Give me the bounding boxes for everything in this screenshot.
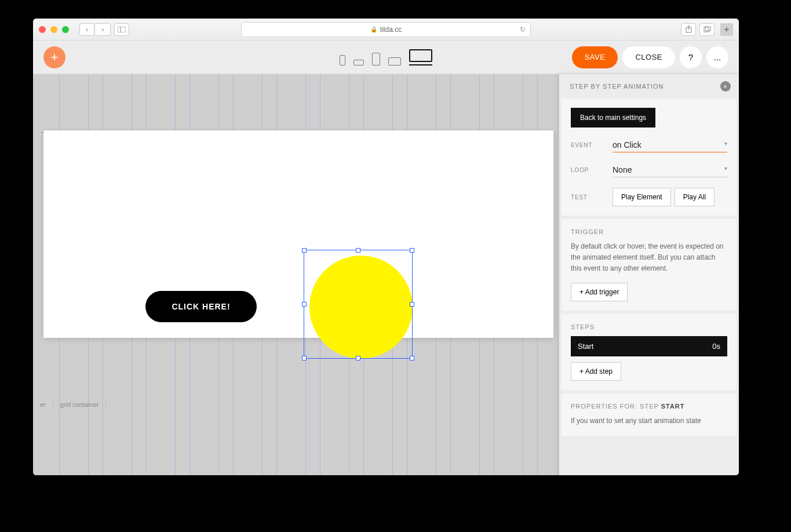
- panel-section-properties: PROPERTIES FOR: STEP START If you want t…: [562, 393, 737, 436]
- event-label: EVENT: [571, 142, 613, 148]
- selection-box[interactable]: [304, 250, 413, 359]
- resize-handle-l[interactable]: [302, 302, 307, 307]
- device-phone-landscape[interactable]: [353, 60, 364, 65]
- svg-rect-5: [705, 26, 710, 31]
- add-step-button[interactable]: + Add step: [571, 362, 621, 381]
- canvas-button-element[interactable]: CLICK HERE!: [145, 291, 257, 322]
- step-row-start[interactable]: Start 0s: [571, 336, 727, 356]
- resize-handle-tr[interactable]: [410, 248, 414, 253]
- svg-rect-4: [703, 27, 709, 32]
- lock-icon: 🔒: [370, 26, 377, 32]
- share-icon: [686, 25, 692, 33]
- sidebar-toggle-button[interactable]: [114, 23, 129, 36]
- panel-title: STEP BY STEP ANIMATION: [570, 83, 664, 90]
- resize-handle-t[interactable]: [356, 248, 360, 253]
- tabs-button[interactable]: [699, 23, 715, 36]
- artboard[interactable]: [43, 130, 553, 338]
- save-button[interactable]: SAVE: [572, 46, 618, 68]
- help-button[interactable]: ?: [680, 46, 702, 68]
- resize-handle-b[interactable]: [356, 356, 360, 360]
- app-area: + SAVE CLOSE ? ...: [33, 41, 739, 475]
- url-host: tilda.cc: [380, 25, 402, 34]
- panel-section-steps: STEPS Start 0s + Add step: [562, 314, 737, 390]
- resize-handle-br[interactable]: [410, 356, 414, 360]
- panel-icon: [118, 27, 126, 32]
- browser-window: ‹ › 🔒 tilda.cc ↻ + +: [33, 19, 739, 475]
- window-max-dot[interactable]: [62, 26, 69, 33]
- url-bar[interactable]: 🔒 tilda.cc ↻: [241, 22, 531, 37]
- more-button[interactable]: ...: [706, 46, 728, 68]
- loop-label: LOOP: [571, 167, 613, 173]
- breadcrumb: er grid container: [33, 396, 106, 413]
- svg-rect-0: [118, 27, 126, 32]
- nav-forward-button[interactable]: ›: [96, 23, 111, 36]
- play-element-button[interactable]: Play Element: [613, 188, 671, 206]
- panel-section-main: Back to main settings EVENT on Click ▾ L…: [562, 99, 737, 216]
- resize-handle-bl[interactable]: [302, 356, 307, 360]
- tabs-icon: [703, 26, 711, 32]
- animation-panel: STEP BY STEP ANIMATION × Back to main se…: [559, 74, 739, 475]
- window-min-dot[interactable]: [50, 26, 57, 33]
- app-toolbar: + SAVE CLOSE ? ...: [33, 41, 739, 74]
- add-trigger-button[interactable]: + Add trigger: [571, 283, 628, 301]
- add-element-button[interactable]: +: [43, 46, 65, 68]
- test-label: TEST: [571, 194, 613, 201]
- loop-select[interactable]: None ▾: [613, 163, 727, 177]
- device-switcher: [340, 49, 432, 65]
- panel-section-trigger: TRIGGER By default click or hover, the e…: [562, 219, 737, 311]
- close-button[interactable]: CLOSE: [622, 46, 675, 68]
- properties-title: PROPERTIES FOR: STEP START: [571, 403, 727, 410]
- resize-handle-tl[interactable]: [302, 248, 307, 253]
- reload-icon[interactable]: ↻: [520, 25, 526, 34]
- share-button[interactable]: [681, 23, 696, 36]
- device-desktop[interactable]: [409, 49, 432, 65]
- trigger-title: TRIGGER: [571, 228, 727, 235]
- device-tablet-landscape[interactable]: [388, 57, 401, 65]
- window-close-dot[interactable]: [39, 26, 46, 33]
- titlebar: ‹ › 🔒 tilda.cc ↻ +: [33, 19, 739, 41]
- play-all-button[interactable]: Play All: [675, 188, 715, 206]
- panel-close-button[interactable]: ×: [720, 81, 731, 92]
- new-tab-button[interactable]: +: [720, 23, 733, 36]
- device-phone-portrait[interactable]: [340, 55, 345, 65]
- back-to-settings-button[interactable]: Back to main settings: [571, 108, 655, 127]
- chevron-down-icon: ▾: [724, 140, 727, 147]
- panel-header: STEP BY STEP ANIMATION ×: [559, 74, 739, 99]
- device-tablet-portrait[interactable]: [372, 53, 380, 65]
- steps-title: STEPS: [571, 323, 727, 330]
- nav-back-button[interactable]: ‹: [79, 23, 94, 36]
- event-select[interactable]: on Click ▾: [613, 138, 727, 152]
- chevron-down-icon: ▾: [724, 165, 727, 172]
- breadcrumb-item[interactable]: grid container: [53, 401, 107, 408]
- properties-description: If you want to set any start animation s…: [571, 416, 727, 427]
- canvas[interactable]: + CLICK HERE! er grid container STEP: [33, 74, 739, 475]
- breadcrumb-item[interactable]: er: [33, 401, 53, 408]
- resize-handle-r[interactable]: [410, 302, 414, 307]
- trigger-description: By default click or hover, the event is …: [571, 241, 727, 275]
